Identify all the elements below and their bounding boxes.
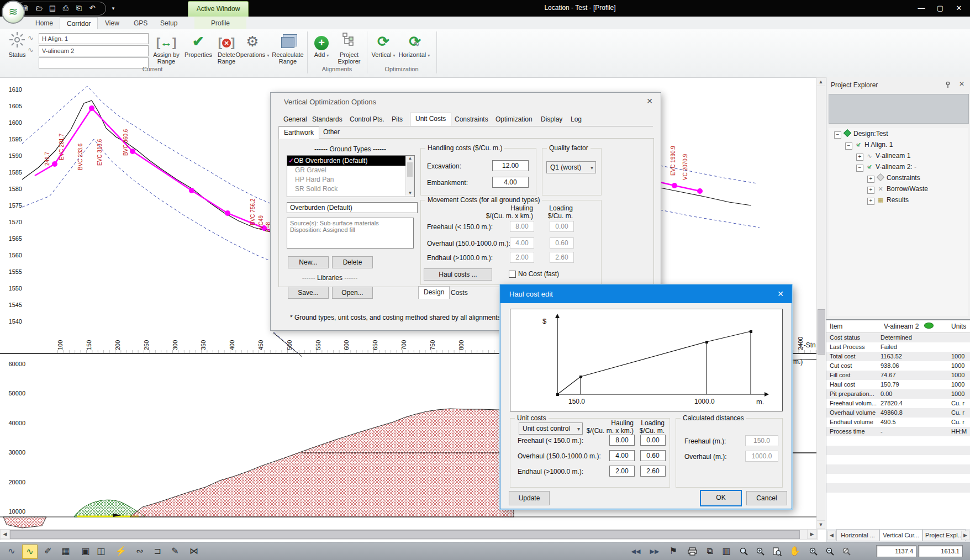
table-row[interactable]: Haul cost150.791000 [826,380,970,389]
ok-button[interactable]: OK [700,490,742,506]
zoom-extents-icon[interactable] [753,545,768,558]
table-row[interactable]: Last ProcessFailed [826,342,970,352]
ground-types-listbox[interactable]: ✓OB Overburden (Default) GR Gravel HP Ha… [287,155,415,197]
open-folder-icon[interactable]: 🗁 [34,3,44,13]
close-icon[interactable]: ✕ [959,80,964,88]
project-explorer-button[interactable]: Project Explorer [334,31,365,65]
vertical-scrollbar[interactable] [816,77,826,530]
properties-button[interactable]: ✔ Properties [182,31,214,58]
curve-tool-icon[interactable]: ∾ [133,545,147,558]
freehaul-hauling-input[interactable]: 8.00 [510,221,534,232]
profile-wave-icon[interactable]: ∿ [4,545,19,558]
list-scroll-thumb[interactable] [407,162,413,177]
table-row[interactable]: Fill cost74.671000 [826,371,970,380]
undo-icon[interactable]: ↶ [87,3,97,13]
ground-type-name-input[interactable]: Overburden (Default) [287,202,418,213]
printer-icon[interactable] [685,545,699,558]
page-zoom-icon[interactable] [770,545,784,558]
overhaul-hauling-input[interactable]: 4.00 [510,237,534,249]
endhaul-hauling-input[interactable]: 2.00 [609,466,635,477]
tree-item-valineam2[interactable]: −∿✓V-alineam 2: - [829,161,968,172]
unit-cost-control-select[interactable]: Unit cost control▾ [519,422,583,435]
list-item-selected[interactable]: ✓OB Overburden (Default) [287,156,414,166]
haul-dialog-titlebar[interactable]: Haul cost edit ✕ [500,285,792,303]
assign-by-range-button[interactable]: [↔] Assign by Range [150,31,182,65]
zoom-window-icon[interactable] [737,545,751,558]
tab-display[interactable]: Display [536,114,567,125]
forward-icon[interactable]: ▶▶ [647,545,662,558]
overhaul-loading-input[interactable]: 0.60 [550,237,574,249]
flag-icon[interactable]: ⚑ [666,545,681,558]
expand-minus-icon[interactable]: − [856,165,863,172]
tree-item-constraints[interactable]: +Constraints [829,172,968,183]
table-row[interactable]: Total cost1163.521000 [826,352,970,361]
horizontal-optimization-button[interactable]: ⟳∿ Horizontal ▾ [398,31,431,59]
rewind-icon[interactable]: ◀◀ [629,545,643,558]
maximize-button[interactable]: ▢ [932,2,948,14]
expand-minus-icon[interactable]: − [845,142,852,150]
tab-control-pts[interactable]: Control Pts. [345,114,389,125]
pencil-tool-icon[interactable]: ✐ [41,545,55,558]
table-row[interactable]: Pit preparation...0.001000 [826,389,970,399]
zoom-in-icon[interactable] [806,545,821,558]
lightning-icon[interactable]: ⚡ [114,545,128,558]
app-logo-icon[interactable]: ≋ [2,1,25,24]
tab-unit-costs[interactable]: Unit Costs [410,113,451,126]
table-row[interactable]: Freehaul volum...27820.4Cu. r [826,399,970,408]
status-button[interactable]: Status [3,31,31,58]
annotate-icon[interactable]: ✎ [168,545,182,558]
scroll-left-icon[interactable]: ◀ [0,529,10,539]
tab-log[interactable]: Log [566,114,587,125]
save-button[interactable]: Save... [288,287,329,299]
freehaul-loading-input[interactable]: 0.00 [550,221,574,232]
table-row[interactable]: Endhaul volume490.5Cu. r [826,418,970,427]
expand-minus-icon[interactable]: − [834,131,841,139]
embankment-input[interactable]: 4.00 [492,177,529,188]
vertical-optimization-button[interactable]: ⟳ Vertical ▾ [369,31,398,59]
tab-scroll-left-icon[interactable]: ◀ [827,531,836,540]
list-item[interactable]: GR Gravel [287,166,414,175]
list-item[interactable]: SR Solid Rock [287,184,414,194]
freehaul-loading-input[interactable]: 0.00 [640,435,666,446]
operations-button[interactable]: ⚙ Operations ▾ [235,31,270,59]
table-row[interactable]: Cost statusDetermined [826,333,970,342]
zoom-off-icon[interactable] [840,545,854,558]
tab-project-explorer[interactable]: Project Expl... [922,529,966,541]
overhaul-hauling-input[interactable]: 4.00 [609,450,635,461]
pan-hand-icon[interactable]: ✋ [788,545,802,558]
no-cost-checkbox[interactable] [509,271,516,278]
tab-vertical-curve[interactable]: Vertical Cur... [879,529,922,541]
ribbon-tab-home[interactable]: Home [29,17,60,29]
qat-customize-icon[interactable]: ▾ [108,3,118,13]
tab-optimization[interactable]: Optimization [491,114,537,125]
tree-item-borrow-waste[interactable]: +✕Borrow/Waste [829,183,968,194]
add-button[interactable]: + Add ▾ [309,31,334,59]
scroll-up-icon[interactable]: ▲ [816,77,825,86]
tree-item-halign[interactable]: −∿✓H Align. 1 [829,139,968,150]
scroll-down-icon[interactable]: ▼ [816,520,825,529]
ribbon-tab-profile[interactable]: Profile [194,17,246,29]
close-icon[interactable]: ✕ [646,97,653,105]
ribbon-tab-view[interactable]: View [98,17,126,29]
subtab-other[interactable]: Other [318,126,345,138]
endhaul-loading-input[interactable]: 2.60 [640,466,666,477]
expand-plus-icon[interactable]: + [867,176,874,183]
tree-item-results[interactable]: +▦Results [829,194,968,205]
scroll-right-icon[interactable]: ▶ [807,529,817,539]
scroll-up-icon[interactable]: ▲ [406,156,414,161]
update-button[interactable]: Update [509,491,550,505]
table-row[interactable]: Cut cost938.061000 [826,361,970,371]
window-tile-icon[interactable]: ◫ [94,545,108,558]
close-button[interactable]: ✕ [951,2,967,14]
tab-standards[interactable]: Standards [307,114,347,125]
quality-factor-select[interactable]: Q1 (worst)▾ [546,161,596,173]
tab-design[interactable]: Design [418,286,450,299]
culvert-icon[interactable]: ⊐ [150,545,165,558]
h-alignment-field[interactable]: H Align. 1 [39,33,149,44]
v-alignment-field[interactable]: V-alineam 2 [39,45,149,56]
nodes-icon[interactable]: ⋈ [187,545,201,558]
tab-scroll-right-icon[interactable]: ▶ [961,531,969,540]
vertical-scroll-thumb[interactable] [818,309,825,355]
active-profile-icon[interactable]: ∿ [22,545,38,559]
save-icon[interactable]: ▤ [48,3,57,13]
